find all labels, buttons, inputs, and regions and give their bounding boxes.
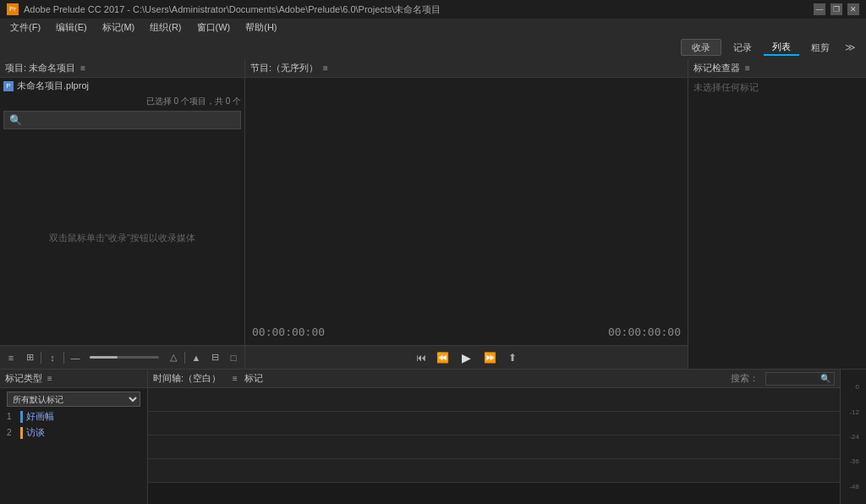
timeline-search-icon: 🔍 bbox=[820, 374, 830, 383]
timeline-menu-icon[interactable]: ≡ bbox=[233, 374, 238, 383]
tag-type-panel: 标记类型 ≡ 所有默认标记 1 好画幅 2 访谈 bbox=[0, 370, 148, 504]
main-layout: 项目: 未命名项目 ≡ P 未命名项目.plproj 已选择 0 个项目，共 0… bbox=[0, 59, 866, 369]
project-panel-menu-icon[interactable]: ≡ bbox=[80, 63, 85, 73]
level-marker-0: 0 bbox=[844, 383, 863, 391]
search-input[interactable] bbox=[22, 115, 235, 125]
tag-type-menu-icon[interactable]: ≡ bbox=[47, 374, 52, 383]
level-marker-48: -48 bbox=[844, 483, 863, 490]
program-monitor-menu-icon[interactable]: ≡ bbox=[323, 63, 328, 73]
tag-type-header: 标记类型 ≡ bbox=[0, 370, 147, 388]
export-btn[interactable]: ⬆ bbox=[505, 350, 520, 365]
tag-num-2: 2 bbox=[7, 428, 17, 437]
record-button[interactable]: 收录 bbox=[681, 39, 721, 56]
menu-organize[interactable]: 组织(R) bbox=[143, 19, 188, 36]
tag-type-filter-row: 所有默认标记 bbox=[2, 390, 145, 408]
program-monitor-header: 节目:（无序列） ≡ bbox=[245, 59, 688, 78]
marker-inspector-panel: 标记检查器 ≡ 未选择任何标记 bbox=[688, 59, 866, 369]
list-view-btn[interactable]: ≡ bbox=[3, 350, 19, 365]
fast-forward-btn[interactable]: ⏩ bbox=[483, 350, 498, 365]
marker-inspector-content: 未选择任何标记 bbox=[688, 78, 866, 369]
project-panel: 项目: 未命名项目 ≡ P 未命名项目.plproj 已选择 0 个项目，共 0… bbox=[0, 59, 245, 369]
sort-btn[interactable]: ↕ bbox=[45, 350, 60, 365]
tag-item-2: 2 访谈 bbox=[2, 425, 145, 441]
menu-bar: 文件(F) 编辑(E) 标记(M) 组织(R) 窗口(W) 帮助(H) bbox=[0, 19, 866, 36]
project-filename: 未命名项目.plproj bbox=[17, 79, 89, 92]
timeline-search-label: 搜索： bbox=[731, 372, 759, 385]
level-marker-12: -12 bbox=[844, 408, 863, 416]
timeline-content bbox=[148, 388, 840, 504]
zoom-slider-left[interactable]: — bbox=[68, 350, 83, 365]
project-panel-header: 项目: 未命名项目 ≡ bbox=[0, 59, 244, 78]
menu-file[interactable]: 文件(F) bbox=[3, 19, 47, 36]
program-monitor-panel: 节目:（无序列） ≡ 00:00:00:00 00:00:00:00 ⏮ ⏪ ▶… bbox=[245, 59, 688, 369]
tag-num-1: 1 bbox=[7, 412, 17, 421]
level-bars: 0 -12 -24 -36 -48 bbox=[841, 373, 866, 501]
tab-list[interactable]: 列表 bbox=[764, 39, 799, 56]
restore-button[interactable]: ❐ bbox=[830, 3, 842, 15]
project-search-bar[interactable]: 🔍 bbox=[3, 111, 241, 129]
project-file-row: P 未命名项目.plproj bbox=[0, 78, 244, 94]
tag-type-content: 所有默认标记 1 好画幅 2 访谈 bbox=[0, 388, 147, 504]
title-bar-controls: — ❐ ✕ bbox=[814, 3, 859, 15]
zoom-slider-right[interactable]: △ bbox=[166, 350, 181, 365]
marker-inspector-header: 标记检查器 ≡ bbox=[688, 59, 866, 78]
title-bar: Pr Adobe Prelude CC 2017 - C:\Users\Admi… bbox=[0, 0, 866, 19]
grid-view-btn[interactable]: ⊞ bbox=[22, 350, 37, 365]
timeline-track-4 bbox=[148, 459, 840, 483]
menu-window[interactable]: 窗口(W) bbox=[190, 19, 238, 36]
marker-inspector-empty: 未选择任何标记 bbox=[693, 82, 759, 92]
play-btn[interactable]: ▶ bbox=[458, 348, 476, 367]
level-marker-36: -36 bbox=[844, 457, 863, 465]
go-to-start-btn[interactable]: ⏮ bbox=[414, 350, 429, 365]
timeline-track-2 bbox=[148, 412, 840, 436]
tag-type-dropdown[interactable]: 所有默认标记 bbox=[7, 392, 140, 407]
timeline-tab-marker[interactable]: 标记 bbox=[244, 372, 263, 385]
level-marker-24: -24 bbox=[844, 433, 863, 441]
close-button[interactable]: ✕ bbox=[847, 3, 859, 15]
top-toolbar: 收录 记录 列表 粗剪 ≫ bbox=[0, 36, 866, 59]
timecode-right: 00:00:00:00 bbox=[608, 326, 681, 338]
new-item-btn[interactable]: ⊟ bbox=[207, 350, 222, 365]
menu-mark[interactable]: 标记(M) bbox=[96, 19, 142, 36]
toolbar-chevron-icon: ≫ bbox=[841, 41, 859, 53]
project-selection-info: 已选择 0 个项目，共 0 个 bbox=[0, 94, 244, 109]
bottom-layout: 标记类型 ≡ 所有默认标记 1 好画幅 2 访谈 时间轴:（空白） bbox=[0, 369, 866, 504]
tab-rough-cut[interactable]: 粗剪 bbox=[803, 39, 838, 56]
marker-inspector-title: 标记检查器 bbox=[693, 62, 740, 74]
app-icon: Pr bbox=[7, 3, 19, 15]
timecode-left: 00:00:00:00 bbox=[252, 326, 325, 338]
timeline-track-1 bbox=[148, 388, 840, 412]
timeline-search-bar[interactable]: 🔍 bbox=[765, 372, 835, 386]
minimize-button[interactable]: — bbox=[814, 3, 825, 15]
timeline-track-3 bbox=[148, 436, 840, 459]
project-empty-message: 双击鼠标单击"收录"按钮以收录媒体 bbox=[0, 131, 244, 345]
timeline-title: 时间轴:（空白） bbox=[153, 372, 221, 385]
tag-color-bar-1 bbox=[20, 411, 23, 423]
tag-label-2: 访谈 bbox=[26, 426, 45, 439]
timeline-search-input[interactable] bbox=[770, 374, 820, 383]
tab-record[interactable]: 记录 bbox=[725, 39, 760, 56]
toolbar-divider-3 bbox=[184, 352, 185, 364]
delete-btn[interactable]: □ bbox=[226, 350, 241, 365]
tag-item-1: 1 好画幅 bbox=[2, 408, 145, 425]
toolbar-divider-1 bbox=[41, 352, 41, 364]
timeline-header: 时间轴:（空白） ≡ 标记 搜索： 🔍 bbox=[148, 370, 840, 388]
toolbar-divider-2 bbox=[63, 352, 64, 364]
tag-color-bar-2 bbox=[20, 427, 23, 439]
project-file-icon: P bbox=[3, 81, 14, 91]
zoom-slider[interactable] bbox=[90, 356, 159, 359]
level-meter-panel: 0 -12 -24 -36 -48 bbox=[841, 370, 866, 504]
player-controls: ⏮ ⏪ ▶ ⏩ ⬆ bbox=[245, 345, 688, 369]
search-icon: 🔍 bbox=[9, 114, 22, 126]
new-bin-btn[interactable]: ▲ bbox=[189, 350, 204, 365]
project-panel-title: 项目: 未命名项目 bbox=[5, 62, 75, 74]
marker-inspector-menu-icon[interactable]: ≡ bbox=[745, 63, 750, 73]
program-monitor-title: 节目:（无序列） bbox=[250, 62, 318, 74]
program-monitor-content: 00:00:00:00 00:00:00:00 bbox=[245, 78, 688, 345]
project-panel-toolbar: ≡ ⊞ ↕ — △ ▲ ⊟ □ bbox=[0, 345, 244, 369]
rewind-btn[interactable]: ⏪ bbox=[436, 350, 451, 365]
menu-edit[interactable]: 编辑(E) bbox=[49, 19, 94, 36]
menu-help[interactable]: 帮助(H) bbox=[238, 19, 283, 36]
timeline-panel: 时间轴:（空白） ≡ 标记 搜索： 🔍 bbox=[148, 370, 841, 504]
tag-type-title: 标记类型 bbox=[5, 372, 42, 385]
